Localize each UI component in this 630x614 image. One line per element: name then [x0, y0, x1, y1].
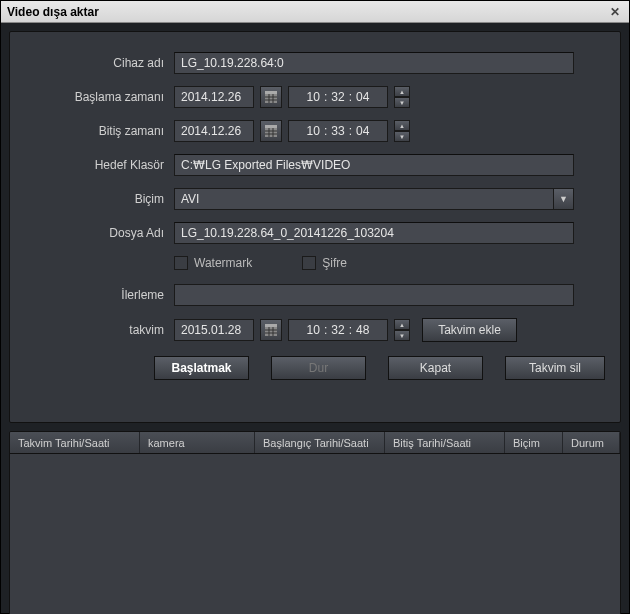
close-button[interactable]: Kapat: [388, 356, 483, 380]
stop-button[interactable]: Dur: [271, 356, 366, 380]
spinner-down-icon[interactable]: ▼: [394, 131, 410, 142]
svg-rect-0: [265, 91, 277, 94]
window-title: Video dışa aktar: [7, 5, 99, 19]
col-schedule-datetime[interactable]: Takvim Tarihi/Saati: [10, 432, 140, 453]
add-schedule-button[interactable]: Takvim ekle: [422, 318, 517, 342]
close-icon[interactable]: ✕: [607, 4, 623, 20]
svg-rect-4: [265, 324, 277, 327]
spinner-down-icon[interactable]: ▼: [394, 97, 410, 108]
schedule-date-input[interactable]: [174, 319, 254, 341]
table-header: Takvim Tarihi/Saati kamera Başlangıç Tar…: [10, 432, 620, 454]
password-checkbox[interactable]: [302, 256, 316, 270]
end-time-spinner[interactable]: ▲ ▼: [394, 120, 410, 142]
spinner-up-icon[interactable]: ▲: [394, 319, 410, 330]
start-date-input[interactable]: [174, 86, 254, 108]
svg-rect-1: [265, 94, 277, 103]
col-format[interactable]: Biçim: [505, 432, 563, 453]
col-end-datetime[interactable]: Bitiş Tarihi/Saati: [385, 432, 505, 453]
calendar-icon: [265, 125, 277, 137]
start-date-calendar-button[interactable]: [260, 86, 282, 108]
export-video-dialog: Video dışa aktar ✕ Cihaz adı Başlama zam…: [0, 0, 630, 614]
end-time-input[interactable]: 10 : 33 : 04: [288, 120, 388, 142]
end-date-input[interactable]: [174, 120, 254, 142]
chevron-down-icon: ▼: [553, 189, 573, 209]
titlebar: Video dışa aktar ✕: [1, 1, 629, 23]
spinner-up-icon[interactable]: ▲: [394, 86, 410, 97]
schedule-time-spinner[interactable]: ▲ ▼: [394, 319, 410, 341]
format-label: Biçim: [24, 192, 174, 206]
calendar-icon: [265, 91, 277, 103]
calendar-icon: [265, 324, 277, 336]
device-label: Cihaz adı: [24, 56, 174, 70]
filename-input[interactable]: [174, 222, 574, 244]
schedule-label: takvim: [24, 323, 174, 337]
password-label: Şifre: [322, 256, 347, 270]
watermark-checkbox[interactable]: [174, 256, 188, 270]
format-select[interactable]: AVI ▼: [174, 188, 574, 210]
progress-label: İlerleme: [24, 288, 174, 302]
delete-schedule-button[interactable]: Takvim sil: [505, 356, 605, 380]
end-time-label: Bitiş zamanı: [24, 124, 174, 138]
filename-label: Dosya Adı: [24, 226, 174, 240]
format-value: AVI: [181, 192, 199, 206]
start-time-spinner[interactable]: ▲ ▼: [394, 86, 410, 108]
watermark-label: Watermark: [194, 256, 252, 270]
svg-rect-5: [265, 327, 277, 336]
spinner-down-icon[interactable]: ▼: [394, 330, 410, 341]
start-time-input[interactable]: 10 : 32 : 04: [288, 86, 388, 108]
target-folder-label: Hedef Klasör: [24, 158, 174, 172]
svg-rect-2: [265, 125, 277, 128]
target-folder-input[interactable]: [174, 154, 574, 176]
col-camera[interactable]: kamera: [140, 432, 255, 453]
device-input[interactable]: [174, 52, 574, 74]
svg-rect-3: [265, 128, 277, 137]
progress-bar: [174, 284, 574, 306]
form-panel: Cihaz adı Başlama zamanı 10 : 32 : 04: [9, 31, 621, 423]
col-start-datetime[interactable]: Başlangıç Tarihi/Saati: [255, 432, 385, 453]
table-body: [10, 454, 620, 614]
start-button[interactable]: Başlatmak: [154, 356, 249, 380]
end-date-calendar-button[interactable]: [260, 120, 282, 142]
start-time-label: Başlama zamanı: [24, 90, 174, 104]
schedule-time-input[interactable]: 10 : 32 : 48: [288, 319, 388, 341]
spinner-up-icon[interactable]: ▲: [394, 120, 410, 131]
schedule-calendar-button[interactable]: [260, 319, 282, 341]
schedule-table: Takvim Tarihi/Saati kamera Başlangıç Tar…: [9, 431, 621, 614]
col-status[interactable]: Durum: [563, 432, 620, 453]
